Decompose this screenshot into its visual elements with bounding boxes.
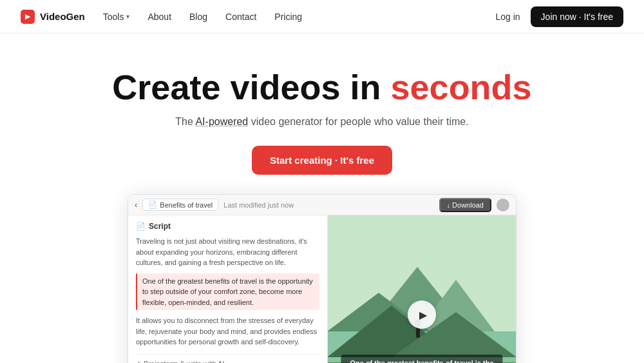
topbar-left: ‹ 📄 Benefits of travel Last modified jus…: [135, 199, 294, 211]
subtitle-prefix: The: [175, 116, 195, 127]
logo-icon: [21, 10, 35, 24]
caption-line1: One of the greatest benefits of travel i…: [350, 359, 493, 363]
document-tab[interactable]: 📄 Benefits of travel: [142, 199, 218, 211]
brainstorm-link[interactable]: ✦ Brainstorm & write with AI →: [136, 354, 319, 363]
tab-icon: 📄: [148, 201, 157, 209]
download-button[interactable]: ↓ Download: [439, 198, 491, 212]
script-icon: 📄: [136, 222, 146, 231]
script-body-1: Traveling is not just about visiting new…: [136, 236, 319, 268]
script-header: 📄 Script: [136, 222, 319, 231]
script-body-2: It allows you to disconnect from the str…: [136, 315, 319, 348]
app-screenshot: ‹ 📄 Benefits of travel Last modified jus…: [128, 194, 516, 363]
logo[interactable]: VideoGen: [21, 10, 85, 24]
frame-body: 📄 Script Traveling is not just about vis…: [128, 215, 516, 363]
login-link[interactable]: Log in: [495, 12, 520, 22]
tools-label: Tools: [103, 12, 124, 22]
script-title: Script: [149, 222, 171, 231]
ai-powered-link[interactable]: AI-powered: [195, 116, 248, 127]
topbar-right: ↓ Download: [439, 198, 509, 212]
hero-section: Create videos in seconds The AI-powered …: [0, 34, 644, 194]
nav-contact[interactable]: Contact: [225, 12, 256, 22]
mountain-svg: [328, 215, 516, 363]
app-frame: ‹ 📄 Benefits of travel Last modified jus…: [128, 194, 516, 363]
hero-title: Create videos in seconds: [13, 67, 631, 107]
last-modified: Last modified just now: [223, 201, 294, 209]
cta-button[interactable]: Start creating · It's free: [252, 146, 392, 175]
logo-text: VideoGen: [40, 11, 85, 22]
script-panel: 📄 Script Traveling is not just about vis…: [128, 215, 328, 363]
chevron-down-icon: ▾: [126, 13, 129, 20]
tab-label: Benefits of travel: [160, 201, 213, 209]
hero-title-prefix: Create videos in: [112, 68, 390, 106]
nav-blog[interactable]: Blog: [189, 12, 207, 22]
video-background: One of the greatest benefits of travel i…: [328, 215, 516, 363]
nav-left: VideoGen Tools ▾ About Blog Contact Pric…: [21, 10, 302, 24]
video-caption: One of the greatest benefits of travel i…: [341, 355, 502, 363]
script-highlight: One of the greatest benefits of travel i…: [136, 273, 319, 311]
nav-about[interactable]: About: [147, 12, 171, 22]
hero-title-accent: seconds: [391, 68, 532, 106]
nav-pricing[interactable]: Pricing: [274, 12, 302, 22]
nav-tools-menu[interactable]: Tools ▾: [103, 12, 130, 22]
frame-topbar: ‹ 📄 Benefits of travel Last modified jus…: [128, 195, 516, 215]
join-button[interactable]: Join now · It's free: [531, 6, 623, 27]
hero-subtitle: The AI-powered video generator for peopl…: [13, 116, 631, 128]
nav-right: Log in Join now · It's free: [495, 6, 623, 27]
video-panel: One of the greatest benefits of travel i…: [328, 215, 516, 363]
subtitle-rest: video generator for people who value the…: [248, 116, 468, 127]
navbar: VideoGen Tools ▾ About Blog Contact Pric…: [0, 0, 644, 34]
play-button[interactable]: [408, 300, 436, 329]
avatar: [497, 199, 509, 211]
back-button[interactable]: ‹: [135, 200, 137, 210]
